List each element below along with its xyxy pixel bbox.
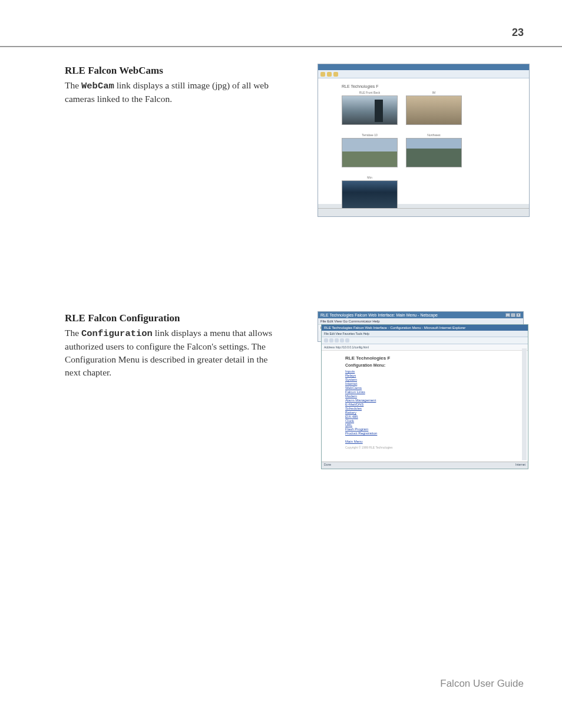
config-link: Modem [345, 394, 504, 398]
maximize-icon: □ [511, 313, 515, 317]
webcam-label: Northwest [427, 133, 441, 137]
address-text [340, 73, 340, 76]
main-content: RLE Falcon WebCams The WebCam link displ… [65, 64, 530, 470]
title-text: RLE Technologies Falcon Web Interface: M… [320, 313, 438, 317]
section-configuration-title: RLE Falcon Configuration [65, 311, 274, 325]
webcam-cell: Northwest [406, 133, 462, 167]
foreground-window: RLE Technologies Falcon Web Interface - … [321, 324, 528, 469]
webcam-grid: RLE Front Back IM Terrabee 10 North [342, 91, 505, 210]
header-rule [0, 46, 562, 47]
status-bar: Done Internet [322, 462, 528, 469]
window-titlebar [318, 64, 529, 70]
webcam-image [406, 95, 462, 125]
address-bar: Address http://10.0.0.1/config.html [322, 344, 528, 351]
text: The [65, 328, 81, 338]
copyright-text: Copyright © 1999 RLE Technologies [345, 446, 504, 449]
toolbar-icon [333, 72, 338, 77]
config-menu-list: Inputs Relays System Internet WebCams Fa… [345, 370, 504, 435]
footer-text: Falcon User Guide [440, 678, 524, 690]
webcam-cell: IM [406, 91, 462, 125]
menu-bar: File Edit View Go Communicator Help [318, 318, 523, 324]
status-right: Internet [515, 463, 525, 468]
config-menu-heading: Configuration Menu: [345, 363, 504, 367]
back-icon [324, 338, 328, 342]
config-link: Alarm Management [345, 398, 504, 402]
webcam-cell: RLE Front Back [342, 91, 398, 125]
configuration-screenshot: RLE Technologies Falcon Web Interface: M… [318, 311, 530, 470]
config-link: Product Registration [345, 431, 504, 435]
section-configuration-image: RLE Technologies Falcon Web Interface: M… [285, 311, 530, 470]
status-left: Done [324, 463, 331, 468]
toolbar-icon [320, 72, 325, 77]
scrollbar [522, 348, 527, 460]
webcam-term: WebCam [81, 81, 114, 91]
webcam-label: IM [432, 91, 436, 94]
config-link: Internet [345, 382, 504, 386]
minimize-icon: _ [505, 313, 510, 317]
webcams-screenshot: RLE Technologies F RLE Front Back IM Ter… [318, 64, 530, 217]
webcam-cell: Mtn [342, 176, 398, 210]
menu-bar: File Edit View Favorites Tools Help [322, 331, 528, 337]
page-body: RLE Technologies F RLE Front Back IM Ter… [318, 78, 529, 223]
forward-icon [329, 338, 333, 342]
webcam-image [342, 95, 398, 125]
window-controls: _□× [505, 313, 521, 317]
config-link: Clock [345, 419, 504, 423]
stop-icon [335, 338, 339, 342]
page-body: RLE Technologies F Configuration Menu: I… [322, 351, 528, 454]
toolbar-icon [327, 72, 332, 77]
config-link: URL [345, 423, 504, 427]
status-bar [318, 208, 529, 216]
page-heading: RLE Technologies F [342, 84, 505, 88]
browser-toolbar [322, 337, 528, 344]
refresh-icon [340, 338, 344, 342]
main-menu-link: Main Menu [345, 440, 504, 443]
text: The [65, 80, 81, 90]
config-link: Flash Program [345, 427, 504, 431]
config-link: EIA-485 [345, 415, 504, 419]
config-link: Inputs [345, 370, 504, 373]
webcam-image [406, 138, 462, 167]
section-configuration: RLE Falcon Configuration The Configurati… [65, 311, 530, 470]
config-link: Falcon Links [345, 390, 504, 394]
webcam-image [342, 138, 398, 167]
section-webcams: RLE Falcon WebCams The WebCam link displ… [65, 64, 530, 217]
section-webcams-title: RLE Falcon WebCams [65, 64, 274, 78]
section-webcams-text: RLE Falcon WebCams The WebCam link displ… [65, 64, 274, 106]
home-icon [345, 338, 349, 342]
config-link: Schedules [345, 407, 504, 410]
window-titlebar: RLE Technologies Falcon Web Interface: M… [318, 312, 523, 318]
config-link: E-Mail/DNS [345, 403, 504, 406]
status-text [320, 210, 321, 215]
close-icon: × [516, 313, 521, 317]
config-link: Battery [345, 411, 504, 414]
browser-toolbar [318, 70, 529, 78]
config-link: System [345, 378, 504, 381]
webcam-cell: Terrabee 10 [342, 133, 398, 167]
config-link: WebCams [345, 386, 504, 390]
webcam-label: Terrabee 10 [362, 133, 378, 137]
webcam-label: RLE Front Back [359, 91, 380, 94]
window-titlebar: RLE Technologies Falcon Web Interface - … [322, 325, 528, 331]
webcam-label: Mtn [367, 176, 372, 179]
page-heading: RLE Technologies F [345, 355, 504, 361]
page-number: 23 [512, 27, 524, 39]
configuration-term: Configuration [81, 328, 153, 339]
webcam-image [342, 180, 398, 210]
section-configuration-text: RLE Falcon Configuration The Configurati… [65, 311, 274, 379]
config-link: Relays [345, 374, 504, 377]
section-webcams-image: RLE Technologies F RLE Front Back IM Ter… [285, 64, 530, 217]
